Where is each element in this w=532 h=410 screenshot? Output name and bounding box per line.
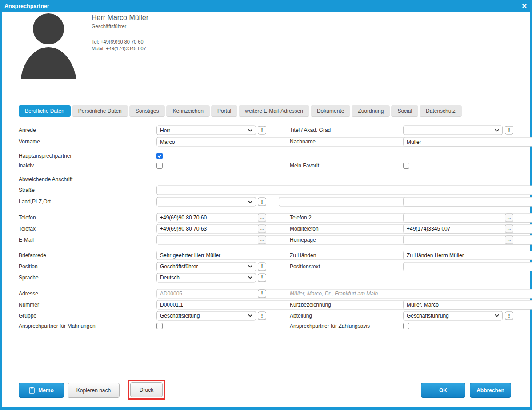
homepage-label: Homepage	[290, 237, 316, 243]
titel-alert-button[interactable]: !	[505, 126, 513, 135]
abweichende-anschrift-label: Abweichende Anschrift	[19, 176, 72, 183]
mein-favorit-checkbox[interactable]	[403, 163, 409, 169]
kurzbezeichnung-input[interactable]	[403, 300, 532, 309]
titel-label: Titel / Akad. Grad	[290, 127, 331, 133]
tab-bar: Berufliche Daten Persönliche Daten Sonst…	[19, 105, 463, 117]
mahnungen-checkbox[interactable]	[156, 323, 163, 329]
close-icon[interactable]: ✕	[521, 2, 527, 10]
contact-mobile: Mobil: +49(174)3345 007	[92, 46, 148, 51]
tab-berufliche-daten[interactable]: Berufliche Daten	[19, 105, 71, 117]
inaktiv-label: inaktiv	[19, 163, 34, 169]
chevron-down-icon	[495, 314, 499, 317]
telefon2-ellipsis-button[interactable]: ...	[505, 213, 513, 222]
email-ellipsis-button[interactable]: ...	[258, 235, 266, 244]
sprache-alert-button[interactable]: !	[258, 273, 266, 282]
avatar-torso-icon	[21, 47, 76, 79]
abteilung-alert-button[interactable]: !	[505, 311, 513, 320]
window-titlebar: Ansprechpartner ✕	[0, 0, 532, 12]
memo-icon	[29, 387, 35, 394]
vorname-label: Vorname	[19, 139, 40, 145]
avatar	[21, 13, 76, 79]
anrede-alert-button[interactable]: !	[258, 126, 266, 135]
druck-button[interactable]: Druck	[130, 382, 163, 397]
telefax-ellipsis-button[interactable]: ...	[258, 224, 266, 233]
kopieren-nach-button[interactable]: Kopieren nach	[68, 383, 120, 398]
gruppe-select[interactable]: Geschäftsleitung	[156, 311, 256, 320]
telefax-label: Telefax	[19, 226, 36, 232]
chevron-down-icon	[248, 276, 252, 279]
window-title: Ansprechpartner	[0, 3, 49, 9]
berufliche-daten-form: Anrede Herr ! Titel / Akad. Grad ! Vorna…	[0, 124, 532, 331]
contact-name: Herr Marco Müller	[92, 14, 148, 22]
land-select[interactable]	[156, 197, 256, 207]
land-plz-ort-label: Land,PLZ,Ort	[19, 199, 51, 205]
zu-haenden-input[interactable]	[403, 251, 532, 260]
mein-favorit-label: Mein Favorit	[290, 163, 319, 169]
check-icon	[157, 154, 162, 158]
adresse-info-text: Müller, Marco, Dr., Frankfurt am Main	[290, 291, 378, 297]
sprache-select[interactable]: Deutsch	[156, 273, 256, 282]
chevron-down-icon	[248, 265, 252, 268]
titel-select[interactable]	[403, 126, 503, 135]
sprache-label: Sprache	[19, 275, 39, 281]
tab-datenschutz[interactable]: Datenschutz	[420, 105, 462, 117]
strasse-input[interactable]	[156, 186, 532, 195]
ok-button[interactable]: OK	[421, 383, 465, 398]
positionstext-input[interactable]	[403, 262, 532, 271]
druck-highlight-annotation: Druck	[128, 380, 165, 400]
ort-input[interactable]	[403, 197, 532, 207]
nummer-label: Nummer	[19, 302, 39, 308]
tab-sonstiges[interactable]: Sonstiges	[129, 105, 165, 117]
inaktiv-checkbox[interactable]	[156, 163, 163, 169]
telefon-ellipsis-button[interactable]: ...	[258, 213, 266, 222]
position-select[interactable]: Geschäftsführer	[156, 262, 256, 271]
contact-tel: Tel: +49(69)90 80 70 60	[92, 39, 148, 44]
chevron-down-icon	[248, 200, 252, 203]
strasse-label: Straße	[19, 187, 35, 193]
briefanrede-label: Briefanrede	[19, 252, 46, 259]
memo-button[interactable]: Memo	[19, 383, 64, 398]
tab-social[interactable]: Social	[391, 105, 418, 117]
abbrechen-button[interactable]: Abbrechen	[470, 383, 511, 398]
tab-kennzeichen[interactable]: Kennzeichen	[166, 105, 209, 117]
anrede-label: Anrede	[19, 127, 36, 133]
email-label: E-Mail	[19, 237, 34, 243]
nachname-input[interactable]	[403, 137, 532, 147]
abteilung-label: Abteilung	[290, 313, 312, 319]
position-alert-button[interactable]: !	[258, 262, 266, 271]
tab-persoenliche-daten[interactable]: Persönliche Daten	[72, 105, 128, 117]
hauptansprechpartner-checkbox[interactable]	[156, 153, 163, 159]
zu-haenden-label: Zu Händen	[290, 252, 316, 259]
adresse-label: Adresse	[19, 291, 38, 297]
positionstext-label: Positionstext	[290, 263, 320, 270]
contact-role: Geschäftsführer	[92, 24, 148, 29]
telefon-label: Telefon	[19, 215, 36, 221]
mahnungen-label: Ansprechpartner für Mahnungen	[19, 323, 96, 329]
zahlungsavis-label: Ansprechpartner für Zahlungsavis	[290, 323, 370, 329]
tab-portal[interactable]: Portal	[211, 105, 237, 117]
nachname-label: Nachname	[290, 139, 316, 145]
zahlungsavis-checkbox[interactable]	[403, 323, 409, 329]
chevron-down-icon	[248, 314, 252, 317]
tab-dokumente[interactable]: Dokumente	[311, 105, 350, 117]
chevron-down-icon	[248, 129, 252, 131]
telefon2-label: Telefon 2	[290, 215, 312, 221]
anrede-select[interactable]: Herr	[156, 126, 256, 135]
mobiltelefon-label: Mobiltelefon	[290, 226, 319, 232]
ansprechpartner-dialog: Ansprechpartner ✕ Herr Marco Müller Gesc…	[0, 0, 532, 410]
adresse-alert-button[interactable]: !	[258, 289, 266, 298]
contact-header: Herr Marco Müller Geschäftsführer Tel: +…	[21, 13, 148, 79]
abteilung-select[interactable]: Geschäftsführung	[403, 311, 503, 320]
kurzbezeichnung-label: Kurzbezeichnung	[290, 302, 331, 308]
hauptansprechpartner-label: Hauptansprechpartner	[19, 153, 72, 159]
mobiltelefon-ellipsis-button[interactable]: ...	[505, 224, 513, 233]
window-border-bottom	[0, 407, 532, 410]
gruppe-alert-button[interactable]: !	[258, 311, 266, 320]
avatar-head-icon	[33, 13, 64, 44]
position-label: Position	[19, 263, 38, 270]
tab-zuordnung[interactable]: Zuordnung	[352, 105, 390, 117]
tab-weitere-email-adressen[interactable]: weitere E-Mail-Adressen	[239, 105, 309, 117]
chevron-down-icon	[495, 129, 499, 131]
homepage-ellipsis-button[interactable]: ...	[505, 235, 513, 244]
land-alert-button[interactable]: !	[258, 198, 266, 206]
